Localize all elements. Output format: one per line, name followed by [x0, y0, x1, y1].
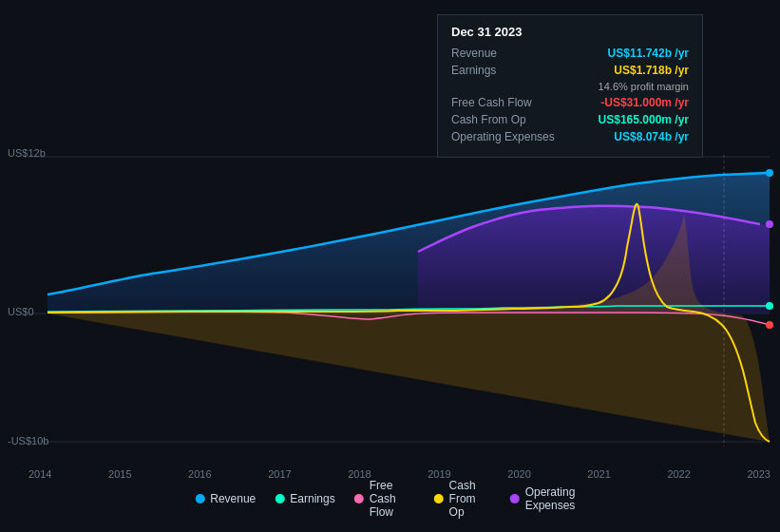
legend-item-earnings[interactable]: Earnings — [275, 492, 334, 505]
legend-dot-revenue — [195, 494, 204, 504]
x-label-2023: 2023 — [747, 468, 770, 480]
legend-dot-earnings — [275, 494, 284, 504]
tooltip-value-cashfromop: US$165.000m /yr — [599, 113, 689, 126]
tooltip-label-earnings: Earnings — [451, 64, 556, 77]
svg-point-7 — [766, 302, 773, 310]
y-label-12b: US$12b — [8, 147, 46, 159]
tooltip-label-revenue: Revenue — [451, 47, 556, 60]
svg-point-6 — [766, 220, 773, 228]
svg-point-8 — [766, 321, 773, 329]
tooltip-label-cashfromop: Cash From Op — [451, 113, 556, 126]
legend-item-opex[interactable]: Operating Expenses — [510, 485, 585, 512]
chart-container: US$12b US$0 -US$10b 2014 2015 2016 2017 … — [0, 0, 780, 532]
legend-item-cashfromop[interactable]: Cash From Op — [434, 479, 491, 519]
x-label-2014: 2014 — [29, 468, 51, 480]
tooltip-row-cashfromop: Cash From Op US$165.000m /yr — [451, 113, 689, 126]
tooltip-row-opex: Operating Expenses US$8.074b /yr — [451, 130, 689, 143]
tooltip-label-fcf: Free Cash Flow — [451, 96, 556, 109]
legend-label-earnings: Earnings — [290, 492, 334, 505]
x-label-2015: 2015 — [108, 468, 131, 480]
tooltip-row-earnings: Earnings US$1.718b /yr — [451, 64, 689, 77]
tooltip-row-margin: 14.6% profit margin — [451, 81, 689, 92]
legend-item-revenue[interactable]: Revenue — [195, 492, 256, 505]
tooltip-row-revenue: Revenue US$11.742b /yr — [451, 47, 689, 60]
x-label-2022: 2022 — [667, 468, 690, 480]
legend-dot-cashfromop — [434, 494, 444, 504]
tooltip-value-revenue: US$11.742b /yr — [608, 47, 689, 60]
y-label-neg10b: -US$10b — [8, 435, 48, 446]
tooltip-date: Dec 31 2023 — [451, 25, 689, 39]
legend-item-fcf[interactable]: Free Cash Flow — [354, 479, 415, 519]
chart-legend: Revenue Earnings Free Cash Flow Cash Fro… — [195, 479, 585, 519]
y-label-0: US$0 — [8, 306, 34, 317]
tooltip-value-fcf: -US$31.000m /yr — [600, 96, 689, 109]
tooltip-box: Dec 31 2023 Revenue US$11.742b /yr Earni… — [437, 14, 703, 158]
tooltip-value-margin: 14.6% profit margin — [599, 81, 689, 92]
legend-label-cashfromop: Cash From Op — [449, 479, 491, 519]
tooltip-value-earnings: US$1.718b /yr — [614, 64, 689, 77]
legend-dot-fcf — [354, 494, 364, 504]
legend-label-fcf: Free Cash Flow — [370, 479, 415, 519]
svg-point-5 — [766, 169, 773, 177]
legend-label-opex: Operating Expenses — [525, 485, 585, 512]
tooltip-value-opex: US$8.074b /yr — [614, 130, 689, 143]
legend-dot-opex — [510, 494, 520, 504]
x-label-2021: 2021 — [587, 468, 610, 480]
tooltip-label-opex: Operating Expenses — [451, 130, 556, 143]
legend-label-revenue: Revenue — [210, 492, 256, 505]
tooltip-row-fcf: Free Cash Flow -US$31.000m /yr — [451, 96, 689, 109]
